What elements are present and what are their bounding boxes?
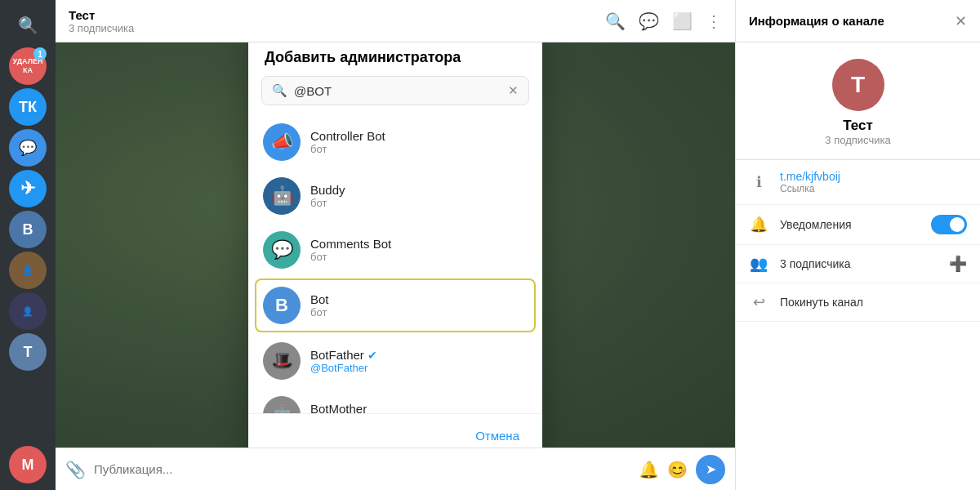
add-admin-modal: Добавить администратора 🔍 ✕ 📣 Controller… [248, 42, 542, 448]
sidebar-item-telegram[interactable]: ✈ [9, 170, 47, 207]
item-info: BotFather ✔ @BotFather [310, 348, 528, 374]
emoji-icon[interactable]: 😊 [667, 460, 688, 479]
link-sublabel: Ссылка [780, 183, 840, 194]
item-name: Bot [310, 292, 528, 306]
channel-info-section: Т Тест 3 подписчика [736, 42, 980, 160]
info-row-leave[interactable]: ↩ Покинуть канал [736, 283, 980, 322]
item-avatar: 💬 [263, 231, 301, 269]
item-info: Bot бот [310, 292, 528, 318]
sidebar-item-photo1[interactable]: 👤 [9, 252, 47, 289]
modal-title: Добавить администратора [248, 42, 542, 76]
right-panel-title: Информация о канале [749, 14, 955, 28]
chat-body: Добавить администратора 🔍 ✕ 📣 Controller… [56, 42, 735, 448]
item-name: BotFather ✔ [310, 348, 528, 362]
attachment-icon[interactable]: 📎 [65, 460, 86, 479]
info-row-subscribers[interactable]: 👥 3 подписчика ➕ [736, 245, 980, 283]
item-avatar: 🎩 [263, 342, 301, 380]
item-info: Comments Bot бот [310, 237, 528, 263]
modal-search-input[interactable] [294, 84, 501, 98]
sidebar-item-m[interactable]: М [9, 446, 47, 483]
header-layout-icon[interactable]: ⬜ [672, 11, 693, 31]
right-panel-header: Информация о канале ✕ [736, 0, 980, 42]
item-name: BotMother [310, 402, 528, 413]
verified-icon: ✔ [368, 349, 377, 362]
modal-list-item-buddy[interactable]: 🤖 Buddy бот [248, 169, 542, 223]
header-chat-icon[interactable]: 💬 [639, 11, 659, 31]
item-sub: бот [310, 306, 528, 318]
item-name: Buddy [310, 183, 528, 197]
notifications-toggle[interactable] [931, 215, 967, 234]
channel-name: Тест [843, 118, 873, 134]
modal-overlay: Добавить администратора 🔍 ✕ 📣 Controller… [56, 42, 735, 448]
sidebar-item-active[interactable]: Т [9, 333, 47, 371]
modal-search-icon: 🔍 [272, 83, 287, 98]
cancel-button[interactable]: Отмена [466, 424, 529, 448]
subscribers-icon: 👥 [749, 255, 768, 273]
info-row-link[interactable]: ℹ t.me/kjfvboij Ссылка [736, 160, 980, 205]
modal-list-item-controller-bot[interactable]: 📣 Controller Bot бот [248, 115, 542, 169]
message-input[interactable] [94, 462, 630, 476]
leave-label: Покинуть канал [780, 296, 863, 309]
item-avatar: 🤖 [263, 396, 301, 413]
modal-clear-icon[interactable]: ✕ [508, 83, 519, 98]
right-panel: Информация о канале ✕ Т Тест 3 подписчик… [735, 0, 980, 490]
modal-list-item-comments-bot[interactable]: 💬 Comments Bot бот [248, 223, 542, 277]
info-row-notifications: 🔔 Уведомления [736, 205, 980, 245]
item-avatar: 🤖 [263, 177, 301, 215]
modal-results-list: 📣 Controller Bot бот 🤖 Buddy бот [248, 112, 542, 413]
sidebar-item-tk[interactable]: ТК [9, 88, 47, 126]
channel-subs: 3 подписчика [825, 134, 890, 146]
sidebar-item-vk[interactable]: В [9, 211, 47, 248]
modal-list-item-bot[interactable]: B Bot бот [255, 278, 536, 332]
item-sub: @BotFather [310, 362, 528, 374]
item-info: BotMother бот [310, 402, 528, 413]
modal-footer: Отмена [248, 413, 542, 448]
item-avatar: 📣 [263, 123, 301, 161]
add-subscriber-icon[interactable]: ➕ [949, 255, 967, 273]
channel-avatar: Т [832, 59, 884, 111]
item-name: Controller Bot [310, 129, 528, 143]
item-info: Buddy бот [310, 183, 528, 209]
sidebar-search-icon[interactable]: 🔍 [9, 7, 47, 44]
send-button[interactable]: ➤ [696, 455, 725, 484]
item-sub: бот [310, 143, 528, 155]
subscribers-label: 3 подписчика [780, 257, 850, 270]
modal-list-item-botfather[interactable]: 🎩 BotFather ✔ @BotFather [248, 334, 542, 388]
chat-title: Тест [69, 8, 134, 22]
header-icons: 🔍 💬 ⬜ ⋮ [605, 11, 722, 31]
header-search-icon[interactable]: 🔍 [605, 11, 626, 31]
bell-icon[interactable]: 🔔 [639, 460, 659, 479]
bell-info-icon: 🔔 [749, 216, 768, 234]
item-name: Comments Bot [310, 237, 528, 251]
item-avatar-symbol: 🤖 [271, 185, 293, 207]
sidebar-item-chat[interactable]: 💬 [9, 129, 47, 167]
item-avatar-symbol: 💬 [271, 239, 293, 261]
right-panel-close[interactable]: ✕ [955, 12, 967, 30]
modal-list-item-botmother[interactable]: 🤖 BotMother бот [248, 388, 542, 413]
item-sub: бот [310, 251, 528, 263]
sidebar: 🔍 УДАЛЕНКА 1 ТК 💬 ✈ В 👤 👤 Т М [0, 0, 56, 490]
item-avatar-symbol: 🎩 [271, 350, 293, 372]
channel-link[interactable]: t.me/kjfvboij [780, 170, 840, 183]
item-avatar-symbol: 🤖 [271, 404, 293, 413]
leave-icon: ↩ [749, 293, 768, 311]
chat-header: Тест 3 подписчика 🔍 💬 ⬜ ⋮ [56, 0, 735, 42]
sidebar-item-udalenka[interactable]: УДАЛЕНКА 1 [9, 47, 47, 85]
modal-search-container[interactable]: 🔍 ✕ [261, 76, 529, 105]
item-avatar-letter: B [275, 295, 288, 316]
chat-input-bar: 📎 🔔 😊 ➤ [56, 448, 735, 490]
notifications-label: Уведомления [780, 218, 852, 231]
info-icon: ℹ [749, 173, 768, 191]
sidebar-item-photo2[interactable]: 👤 [9, 292, 47, 330]
main-chat-area: Тест 3 подписчика 🔍 💬 ⬜ ⋮ Добавить админ… [56, 0, 735, 490]
item-avatar-symbol: 📣 [271, 131, 293, 153]
item-avatar: B [263, 287, 301, 324]
header-more-icon[interactable]: ⋮ [706, 11, 722, 31]
chat-subtitle: 3 подписчика [69, 22, 134, 34]
item-sub: бот [310, 197, 528, 209]
item-info: Controller Bot бот [310, 129, 528, 155]
